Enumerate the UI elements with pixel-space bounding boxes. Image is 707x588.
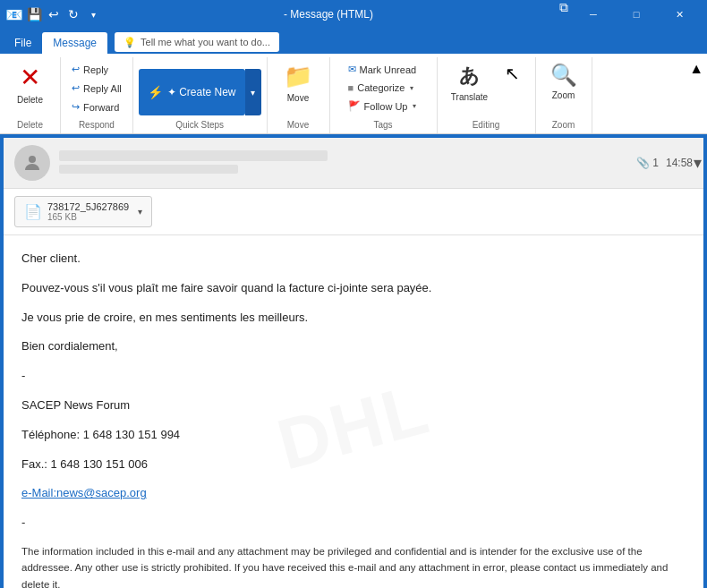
editing-group-label: Editing: [443, 118, 530, 132]
zoom-group-label: Zoom: [541, 118, 586, 132]
attachment-area: 📄 738172_5J627869 165 KB ▾: [4, 189, 703, 235]
redo-icon[interactable]: ↻: [66, 7, 81, 21]
delete-icon: ✕: [20, 63, 40, 92]
customize-icon[interactable]: ▾: [86, 7, 100, 21]
mark-unread-button[interactable]: ✉ Mark Unread: [343, 61, 424, 78]
ribbon-collapse-button[interactable]: ▲: [686, 57, 707, 81]
dash2: -: [21, 514, 686, 533]
quicksteps-group-label: Quick Steps: [139, 118, 261, 132]
reply-all-button[interactable]: ↩ Reply All: [66, 80, 127, 97]
main-area: 📎 1 14:58 ▾ 📄 738172_5J627869 165 KB ▾ D…: [0, 134, 707, 588]
email-link[interactable]: e-Mail:news@sacep.org: [21, 486, 147, 499]
scroll-down-button[interactable]: ▾: [694, 153, 702, 173]
email-line: e-Mail:news@sacep.org: [21, 484, 686, 503]
delete-group-label: Delete: [5, 118, 55, 132]
move-folder-icon: 📁: [284, 63, 312, 90]
tags-stack: ✉ Mark Unread ■ Categorize ▾ 🚩 Follow Up…: [343, 59, 424, 115]
cursor-icon: ↖: [505, 63, 520, 84]
mark-unread-icon: ✉: [348, 64, 356, 75]
ribbon-group-zoom: 🔍 Zoom Zoom: [536, 57, 592, 133]
delete-button[interactable]: ✕ Delete: [5, 59, 55, 109]
minimize-button[interactable]: ─: [573, 0, 614, 29]
forward-label: Forward: [83, 102, 119, 113]
org-name: SACEP News Forum: [21, 396, 686, 415]
create-new-label: ✦ Create New: [167, 86, 236, 98]
attachment-count: 📎 1: [636, 157, 659, 169]
move-group-content: 📁 Move: [276, 59, 320, 118]
reply-icon: ↩: [72, 64, 80, 75]
categorize-button[interactable]: ■ Categorize ▾: [343, 80, 424, 96]
attachment-size: 165 KB: [47, 212, 129, 222]
move-group-label: Move: [273, 118, 324, 132]
ribbon-group-tags: ✉ Mark Unread ■ Categorize ▾ 🚩 Follow Up…: [330, 57, 438, 133]
tags-group-content: ✉ Mark Unread ■ Categorize ▾ 🚩 Follow Up…: [343, 59, 424, 118]
header-info: [59, 150, 627, 176]
attachment-file-icon: 📄: [24, 203, 42, 220]
ribbon-group-editing: あ Translate ↖ Editing: [438, 57, 536, 133]
snap-icon[interactable]: ⧉: [557, 0, 571, 14]
ribbon-group-delete: ✕ Delete Delete: [0, 57, 61, 133]
attachment-details: 738172_5J627869 165 KB: [47, 201, 129, 222]
outlook-icon: 📧: [7, 7, 21, 21]
title-bar: 📧 💾 ↩ ↻ ▾ - Message (HTML) ⧉ ─ □ ✕: [0, 0, 707, 29]
svg-point-0: [29, 156, 36, 163]
ribbon: ✕ Delete Delete ↩ Reply ↩ Reply All ↪ Fo…: [0, 54, 707, 134]
translate-label: Translate: [451, 92, 488, 103]
zoom-label: Zoom: [552, 90, 575, 101]
title-bar-controls: ⧉ ─ □ ✕: [557, 0, 700, 29]
phone: Téléphone: 1 648 130 151 994: [21, 426, 686, 445]
tab-file[interactable]: File: [4, 32, 42, 54]
tell-me-input[interactable]: 💡 Tell me what you want to do...: [115, 32, 279, 52]
message-body: DHL Cher client. Pouvez-vous s'il vous p…: [4, 235, 703, 588]
message-time: 14:58: [666, 157, 693, 169]
create-new-wrapper: ⚡ ✦ Create New ▾: [139, 69, 261, 115]
window-title: - Message (HTML): [100, 8, 557, 21]
cursor-button[interactable]: ↖: [497, 59, 528, 90]
header-right: 📎 1 14:58: [636, 157, 693, 169]
tab-message[interactable]: Message: [42, 32, 107, 54]
zoom-icon: 🔍: [550, 63, 577, 88]
maximize-button[interactable]: □: [616, 0, 657, 29]
ribbon-tabs: File Message 💡 Tell me what you want to …: [0, 29, 707, 54]
dash1: -: [21, 367, 686, 386]
ribbon-group-quicksteps: ⚡ ✦ Create New ▾ Quick Steps: [133, 57, 268, 133]
create-new-button[interactable]: ⚡ ✦ Create New: [139, 69, 245, 115]
closing: Bien cordialement,: [21, 337, 686, 356]
follow-up-button[interactable]: 🚩 Follow Up ▾: [343, 98, 424, 115]
save-icon[interactable]: 💾: [27, 7, 41, 21]
forward-button[interactable]: ↪ Forward: [66, 98, 127, 115]
ribbon-group-respond: ↩ Reply ↩ Reply All ↪ Forward Respond: [61, 57, 133, 133]
follow-up-label: Follow Up: [364, 101, 408, 112]
quicksteps-content: ⚡ ✦ Create New ▾: [139, 59, 261, 118]
create-new-dropdown[interactable]: ▾: [245, 69, 261, 115]
zoom-button[interactable]: 🔍 Zoom: [541, 59, 586, 105]
paperclip-icon: 📎: [636, 157, 650, 169]
delete-group-content: ✕ Delete: [5, 59, 55, 118]
close-button[interactable]: ✕: [659, 0, 700, 29]
reply-all-icon: ↩: [72, 82, 80, 94]
translate-icon: あ: [459, 63, 480, 89]
create-new-icon: ⚡: [148, 85, 163, 99]
attachment-number: 1: [652, 157, 659, 169]
reply-all-label: Reply All: [83, 83, 122, 94]
reply-button[interactable]: ↩ Reply: [66, 61, 127, 78]
move-button[interactable]: 📁 Move: [276, 59, 320, 107]
follow-up-arrow: ▾: [411, 102, 418, 110]
attachment-name: 738172_5J627869: [47, 201, 129, 212]
translate-button[interactable]: あ Translate: [444, 59, 495, 107]
fax: Fax.: 1 648 130 151 006: [21, 456, 686, 474]
tell-me-text: Tell me what you want to do...: [141, 37, 270, 47]
zoom-group-content: 🔍 Zoom: [541, 59, 586, 118]
reply-label: Reply: [83, 64, 108, 75]
subject-bar: [59, 150, 328, 161]
paragraph2: Je vous prie de croire, en mes sentiment…: [21, 309, 686, 328]
avatar: [14, 145, 50, 181]
attachment-dropdown-arrow[interactable]: ▾: [138, 207, 142, 217]
attachment-item[interactable]: 📄 738172_5J627869 165 KB ▾: [14, 196, 152, 227]
categorize-icon: ■: [348, 82, 354, 93]
delete-label: Delete: [17, 95, 43, 106]
undo-icon[interactable]: ↩: [47, 7, 61, 21]
disclaimer: The information included in this e-mail …: [21, 543, 686, 588]
greeting: Cher client.: [21, 250, 686, 268]
respond-group-label: Respond: [66, 118, 127, 132]
